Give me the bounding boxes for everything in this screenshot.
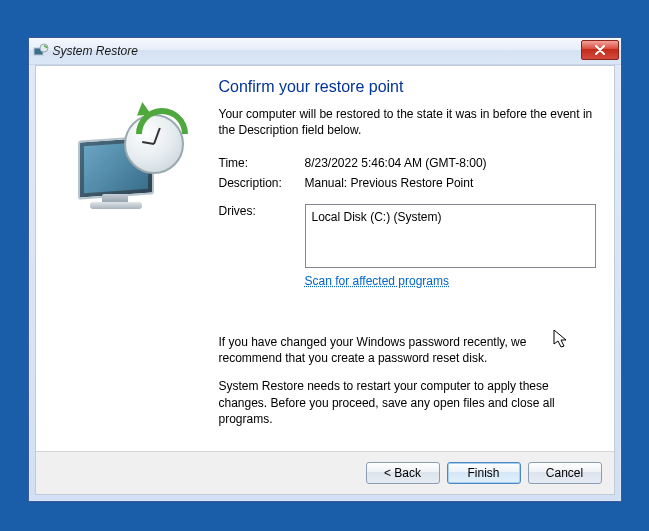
- time-value: 8/23/2022 5:46:04 AM (GMT-8:00): [305, 156, 596, 170]
- close-icon: [594, 45, 606, 55]
- system-restore-icon: [33, 43, 49, 59]
- titlebar: System Restore: [29, 38, 621, 65]
- page-heading: Confirm your restore point: [219, 78, 596, 96]
- cancel-button[interactable]: Cancel: [528, 462, 602, 484]
- drives-listbox[interactable]: Local Disk (C:) (System): [305, 204, 596, 268]
- drives-label: Drives:: [219, 204, 299, 268]
- footer-notes: If you have changed your Windows passwor…: [219, 334, 596, 439]
- client-area: Confirm your restore point Your computer…: [35, 65, 615, 495]
- description-label: Description:: [219, 176, 299, 190]
- button-bar: < Back Finish Cancel: [36, 451, 614, 494]
- back-button[interactable]: < Back: [366, 462, 440, 484]
- scan-affected-programs-link[interactable]: Scan for affected programs: [305, 274, 596, 288]
- description-value: Manual: Previous Restore Point: [305, 176, 596, 190]
- finish-button[interactable]: Finish: [447, 462, 521, 484]
- page-subtext: Your computer will be restored to the st…: [219, 106, 596, 138]
- restore-graphic-icon: [76, 108, 186, 218]
- sidebar-graphic: [44, 78, 219, 451]
- window-title: System Restore: [53, 44, 138, 58]
- list-item[interactable]: Local Disk (C:) (System): [312, 210, 589, 224]
- password-note: If you have changed your Windows passwor…: [219, 334, 590, 366]
- restart-note: System Restore needs to restart your com…: [219, 378, 590, 427]
- close-button[interactable]: [581, 40, 619, 60]
- system-restore-window: System Restore Confirm your restore poin…: [28, 37, 622, 502]
- time-label: Time:: [219, 156, 299, 170]
